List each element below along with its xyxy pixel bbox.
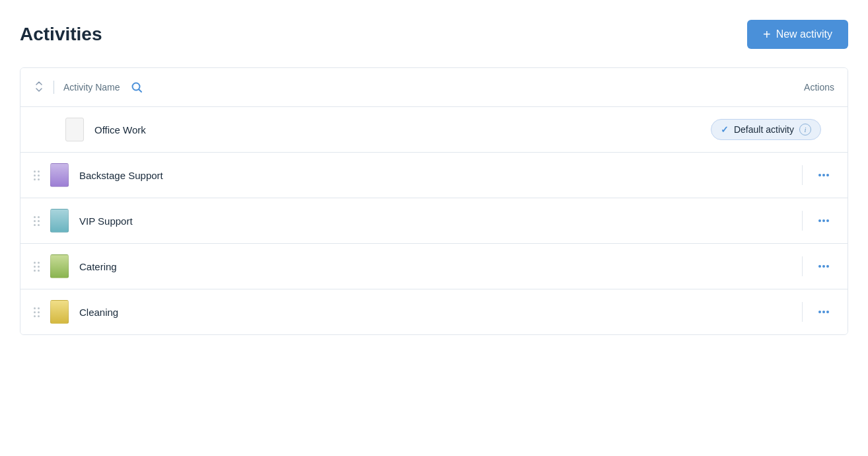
activity-row: VIP Support (20, 198, 848, 244)
more-options-button[interactable] (813, 262, 834, 270)
actions-divider (802, 256, 803, 276)
dot1 (818, 311, 821, 313)
actions-divider (802, 165, 803, 185)
dot3 (826, 311, 829, 313)
dot1 (818, 265, 821, 268)
dot1 (818, 219, 821, 222)
drag-handle[interactable] (34, 262, 40, 272)
new-activity-label: New activity (776, 28, 832, 40)
header-left: Activity Name (34, 77, 147, 97)
plus-icon: + (763, 28, 771, 41)
drag-handle[interactable] (34, 216, 40, 226)
drag-handle[interactable] (34, 307, 40, 317)
activity-name: Catering (79, 261, 441, 272)
actions-column-label: Actions (804, 82, 834, 93)
activity-row: Backstage Support (20, 153, 848, 198)
activity-icon (50, 209, 69, 233)
header-divider (54, 81, 54, 94)
default-activity-label: Default activity (734, 124, 794, 135)
dot3 (826, 265, 829, 268)
row-actions (802, 165, 834, 185)
dot1 (818, 174, 821, 176)
activity-row: Catering (20, 244, 848, 289)
info-icon[interactable]: i (799, 124, 811, 135)
search-icon[interactable] (127, 77, 147, 97)
dot2 (822, 174, 825, 176)
activity-name: VIP Support (79, 215, 441, 227)
dot3 (826, 174, 829, 176)
dot3 (826, 219, 829, 222)
dot2 (822, 265, 825, 268)
activity-name: Cleaning (79, 307, 441, 318)
check-icon: ✓ (721, 124, 729, 135)
activity-icon (50, 300, 69, 324)
activity-icon (50, 254, 69, 278)
sort-icon[interactable] (34, 81, 44, 94)
row-actions (802, 302, 834, 322)
activity-row: Cleaning (20, 289, 848, 334)
actions-divider (802, 302, 803, 322)
activity-name: Office Work (94, 124, 402, 135)
new-activity-button[interactable]: + New activity (747, 20, 848, 49)
more-options-button[interactable] (813, 171, 834, 179)
page-container: Activities + New activity Activity Name (0, 0, 868, 348)
activities-list: Office Work ✓ Default activity i Backsta… (20, 107, 848, 334)
row-actions (802, 211, 834, 231)
activity-icon (50, 163, 69, 187)
activity-name-column-label: Activity Name (63, 82, 120, 93)
actions-divider (802, 211, 803, 231)
more-options-button[interactable] (813, 217, 834, 225)
row-actions (802, 256, 834, 276)
dot2 (822, 311, 825, 313)
more-options-button[interactable] (813, 308, 834, 316)
page-header: Activities + New activity (20, 20, 848, 49)
table-header: Activity Name Actions (20, 68, 848, 107)
activity-name: Backstage Support (79, 170, 441, 181)
activities-table: Activity Name Actions Office Work ✓ Defa… (20, 67, 848, 335)
dot2 (822, 219, 825, 222)
page-title: Activities (20, 24, 102, 45)
activity-icon (65, 118, 84, 141)
activity-row: Office Work ✓ Default activity i (20, 107, 848, 153)
default-activity-badge: ✓ Default activity i (711, 119, 821, 140)
drag-handle[interactable] (34, 171, 40, 180)
